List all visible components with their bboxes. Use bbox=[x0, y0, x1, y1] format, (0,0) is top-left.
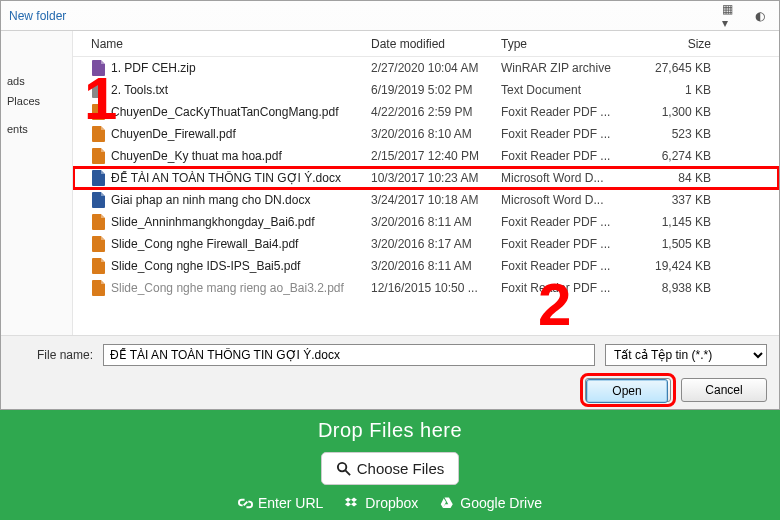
file-size: 8,938 KB bbox=[631, 281, 711, 295]
sidebar-item[interactable]: ads bbox=[1, 71, 72, 91]
file-row[interactable]: 2. Tools.txt6/19/2019 5:02 PMText Docume… bbox=[73, 79, 779, 101]
upload-source-links: Enter URL Dropbox Google Drive bbox=[238, 495, 542, 511]
file-size: 27,645 KB bbox=[631, 61, 711, 75]
file-name: Giai phap an ninh mang cho DN.docx bbox=[111, 193, 371, 207]
google-drive-link[interactable]: Google Drive bbox=[440, 495, 542, 511]
file-name: Slide_Cong nghe Firewall_Bai4.pdf bbox=[111, 237, 371, 251]
file-row[interactable]: Slide_Anninhmangkhongday_Bai6.pdf3/20/20… bbox=[73, 211, 779, 233]
file-list-area: Name Date modified Type Size 1. PDF CEH.… bbox=[73, 31, 779, 335]
doc-file-icon bbox=[91, 192, 107, 208]
txt-file-icon bbox=[91, 82, 107, 98]
file-row[interactable]: Slide_Cong nghe mang rieng ao_Bai3.2.pdf… bbox=[73, 277, 779, 299]
file-date: 12/16/2015 10:50 ... bbox=[371, 281, 501, 295]
doc-file-icon bbox=[91, 170, 107, 186]
file-date: 3/20/2016 8:17 AM bbox=[371, 237, 501, 251]
file-name: Slide_Cong nghe mang rieng ao_Bai3.2.pdf bbox=[111, 281, 371, 295]
file-size: 337 KB bbox=[631, 193, 711, 207]
new-folder-button[interactable]: New folder bbox=[9, 9, 66, 23]
dialog-bottom-bar: File name: Tất cả Tệp tin (*.*) Open Can… bbox=[1, 335, 779, 409]
pdf-file-icon bbox=[91, 148, 107, 164]
file-row[interactable]: Slide_Cong nghe Firewall_Bai4.pdf3/20/20… bbox=[73, 233, 779, 255]
cancel-button[interactable]: Cancel bbox=[681, 378, 767, 402]
svg-line-1 bbox=[345, 470, 350, 475]
file-row[interactable]: ChuyenDe_Firewall.pdf3/20/2016 8:10 AMFo… bbox=[73, 123, 779, 145]
choose-files-label: Choose Files bbox=[357, 460, 445, 477]
view-mode-icon[interactable]: ▦ ▾ bbox=[721, 6, 743, 26]
column-date[interactable]: Date modified bbox=[371, 37, 501, 51]
places-sidebar: ads Places ents bbox=[1, 31, 73, 335]
file-size: 84 KB bbox=[631, 171, 711, 185]
pdf-file-icon bbox=[91, 104, 107, 120]
sidebar-item[interactable]: Places bbox=[1, 91, 72, 111]
file-name: ĐỀ TÀI AN TOÀN THÔNG TIN GỢI Ý.docx bbox=[111, 171, 371, 185]
pdf-file-icon bbox=[91, 280, 107, 296]
file-name: Slide_Anninhmangkhongday_Bai6.pdf bbox=[111, 215, 371, 229]
sidebar-item bbox=[1, 111, 72, 119]
filetype-select[interactable]: Tất cả Tệp tin (*.*) bbox=[605, 344, 767, 366]
open-button-highlight: Open bbox=[585, 378, 671, 402]
column-type[interactable]: Type bbox=[501, 37, 631, 51]
file-size: 1,145 KB bbox=[631, 215, 711, 229]
file-date: 2/15/2017 12:40 PM bbox=[371, 149, 501, 163]
filename-input[interactable] bbox=[103, 344, 595, 366]
open-button[interactable]: Open bbox=[586, 379, 668, 403]
help-icon[interactable]: ◐ bbox=[749, 6, 771, 26]
file-name: 2. Tools.txt bbox=[111, 83, 371, 97]
file-date: 3/20/2016 8:11 AM bbox=[371, 215, 501, 229]
file-name: ChuyenDe_Firewall.pdf bbox=[111, 127, 371, 141]
file-row[interactable]: ChuyenDe_CacKyThuatTanCongMang.pdf4/22/2… bbox=[73, 101, 779, 123]
dialog-toolbar: New folder ▦ ▾ ◐ bbox=[1, 1, 779, 31]
drop-files-label: Drop Files here bbox=[318, 419, 462, 442]
column-name[interactable]: Name bbox=[91, 37, 371, 51]
file-size: 1,505 KB bbox=[631, 237, 711, 251]
file-type: Foxit Reader PDF ... bbox=[501, 149, 631, 163]
file-date: 3/20/2016 8:10 AM bbox=[371, 127, 501, 141]
dropbox-link[interactable]: Dropbox bbox=[345, 495, 418, 511]
pdf-file-icon bbox=[91, 214, 107, 230]
file-row[interactable]: 1. PDF CEH.zip2/27/2020 10:04 AMWinRAR Z… bbox=[73, 57, 779, 79]
file-date: 3/20/2016 8:11 AM bbox=[371, 259, 501, 273]
file-type: Foxit Reader PDF ... bbox=[501, 127, 631, 141]
file-date: 10/3/2017 10:23 AM bbox=[371, 171, 501, 185]
file-type: Foxit Reader PDF ... bbox=[501, 105, 631, 119]
file-size: 19,424 KB bbox=[631, 259, 711, 273]
file-size: 1 KB bbox=[631, 83, 711, 97]
file-row[interactable]: ĐỀ TÀI AN TOÀN THÔNG TIN GỢI Ý.docx10/3/… bbox=[73, 167, 779, 189]
file-date: 2/27/2020 10:04 AM bbox=[371, 61, 501, 75]
file-size: 6,274 KB bbox=[631, 149, 711, 163]
column-headers[interactable]: Name Date modified Type Size bbox=[73, 31, 779, 57]
file-type: WinRAR ZIP archive bbox=[501, 61, 631, 75]
pdf-file-icon bbox=[91, 236, 107, 252]
file-type: Foxit Reader PDF ... bbox=[501, 281, 631, 295]
file-row[interactable]: Giai phap an ninh mang cho DN.docx3/24/2… bbox=[73, 189, 779, 211]
file-type: Microsoft Word D... bbox=[501, 193, 631, 207]
upload-drop-area[interactable]: Drop Files here Choose Files Enter URL D… bbox=[0, 410, 780, 520]
file-date: 4/22/2016 2:59 PM bbox=[371, 105, 501, 119]
enter-url-link[interactable]: Enter URL bbox=[238, 495, 323, 511]
file-type: Text Document bbox=[501, 83, 631, 97]
link-icon bbox=[238, 496, 253, 511]
file-type: Microsoft Word D... bbox=[501, 171, 631, 185]
zip-file-icon bbox=[91, 60, 107, 76]
google-drive-icon bbox=[440, 496, 455, 511]
choose-files-button[interactable]: Choose Files bbox=[321, 452, 460, 485]
file-name: 1. PDF CEH.zip bbox=[111, 61, 371, 75]
sidebar-item[interactable]: ents bbox=[1, 119, 72, 139]
file-date: 3/24/2017 10:18 AM bbox=[371, 193, 501, 207]
file-open-dialog: New folder ▦ ▾ ◐ ads Places ents Name Da… bbox=[0, 0, 780, 410]
filename-label: File name: bbox=[13, 348, 93, 362]
file-name: ChuyenDe_Ky thuat ma hoa.pdf bbox=[111, 149, 371, 163]
file-name: Slide_Cong nghe IDS-IPS_Bai5.pdf bbox=[111, 259, 371, 273]
file-type: Foxit Reader PDF ... bbox=[501, 215, 631, 229]
file-row[interactable]: Slide_Cong nghe IDS-IPS_Bai5.pdf3/20/201… bbox=[73, 255, 779, 277]
pdf-file-icon bbox=[91, 258, 107, 274]
file-row[interactable]: ChuyenDe_Ky thuat ma hoa.pdf2/15/2017 12… bbox=[73, 145, 779, 167]
svg-point-0 bbox=[338, 463, 346, 471]
file-size: 523 KB bbox=[631, 127, 711, 141]
file-type: Foxit Reader PDF ... bbox=[501, 237, 631, 251]
column-size[interactable]: Size bbox=[631, 37, 711, 51]
file-date: 6/19/2019 5:02 PM bbox=[371, 83, 501, 97]
pdf-file-icon bbox=[91, 126, 107, 142]
dropbox-icon bbox=[345, 496, 360, 511]
file-name: ChuyenDe_CacKyThuatTanCongMang.pdf bbox=[111, 105, 371, 119]
